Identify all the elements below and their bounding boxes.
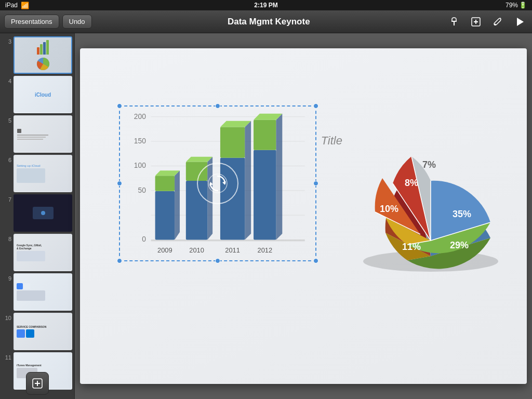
slide4-label: iCloud bbox=[35, 92, 51, 98]
handle-bl[interactable] bbox=[117, 258, 122, 263]
handle-br[interactable] bbox=[313, 258, 318, 263]
slide-thumb-4[interactable]: 4 iCloud bbox=[2, 76, 72, 113]
svg-text:35%: 35% bbox=[453, 209, 471, 219]
status-left: iPad 📶 bbox=[5, 2, 29, 9]
canvas-area: Title bbox=[75, 33, 532, 399]
toolbar-right-buttons bbox=[446, 14, 528, 30]
slide-number-5: 5 bbox=[2, 115, 11, 124]
slide-thumb-5[interactable]: 5 bbox=[2, 115, 72, 153]
slide-number-6: 6 bbox=[2, 155, 11, 163]
slide11-label: iTunes Management bbox=[17, 364, 42, 367]
bar-chart-container[interactable]: 200 150 100 50 0 bbox=[119, 105, 316, 261]
svg-marker-27 bbox=[175, 170, 180, 240]
slide-preview-6: Setting up iCloud bbox=[14, 155, 72, 192]
rotate-icon bbox=[206, 172, 229, 195]
slide-number-7: 7 bbox=[2, 194, 11, 203]
slide-number-9: 9 bbox=[2, 273, 11, 282]
add-icon bbox=[470, 16, 482, 28]
slide10-logos bbox=[17, 329, 34, 338]
annotate-icon bbox=[448, 16, 460, 28]
handle-mr[interactable] bbox=[313, 181, 318, 186]
svg-text:100: 100 bbox=[134, 161, 146, 169]
add-slide-button[interactable] bbox=[26, 372, 49, 395]
slide9-logos bbox=[17, 283, 30, 289]
slide-number-11: 11 bbox=[2, 352, 11, 361]
slide7-dark-content bbox=[33, 207, 54, 219]
pie-chart-svg: 35% 29% 11% 10% 8% 7% bbox=[350, 121, 511, 298]
add-object-button[interactable] bbox=[468, 14, 484, 30]
svg-text:7%: 7% bbox=[422, 159, 436, 170]
slide-preview-8: Google Sync, GMail,& Exchange bbox=[14, 234, 72, 271]
slide-chart-title: Title bbox=[321, 134, 342, 148]
add-slide-icon bbox=[32, 378, 43, 389]
document-title: Data Mgmt Keynote bbox=[95, 17, 443, 27]
undo-button[interactable]: Undo bbox=[62, 15, 92, 29]
handle-bm[interactable] bbox=[215, 258, 220, 263]
svg-text:10%: 10% bbox=[380, 204, 398, 214]
status-bar: iPad 📶 2:19 PM 79% 🔋 bbox=[0, 0, 532, 10]
slide-preview-7 bbox=[14, 194, 72, 232]
slide-canvas[interactable]: Title bbox=[80, 48, 527, 384]
slide-preview-4: iCloud bbox=[14, 76, 72, 113]
wifi-icon: 📶 bbox=[21, 2, 29, 9]
slide8-label: Google Sync, GMail,& Exchange bbox=[17, 244, 42, 250]
slide5-line2 bbox=[17, 137, 46, 138]
handle-tm[interactable] bbox=[215, 103, 220, 109]
settings-button[interactable] bbox=[489, 14, 506, 30]
main-layout: 3 bbox=[0, 33, 532, 399]
svg-rect-26 bbox=[155, 176, 175, 191]
svg-marker-13 bbox=[209, 182, 213, 185]
play-button[interactable] bbox=[511, 14, 528, 30]
svg-text:29%: 29% bbox=[450, 240, 469, 250]
rotate-handle[interactable] bbox=[197, 163, 238, 204]
device-label: iPad bbox=[5, 2, 18, 9]
slide-preview-5 bbox=[14, 115, 72, 153]
play-icon bbox=[514, 16, 525, 28]
svg-marker-42 bbox=[276, 114, 282, 240]
slide-thumb-6[interactable]: 6 Setting up iCloud bbox=[2, 155, 72, 192]
svg-text:150: 150 bbox=[134, 137, 146, 145]
slide5-line3 bbox=[17, 139, 43, 140]
slide-preview-10: SERVICE COMPARISON bbox=[14, 313, 72, 350]
slide6-text: Setting up iCloud bbox=[17, 164, 41, 167]
svg-marker-37 bbox=[245, 121, 251, 240]
pie-chart-container[interactable]: 35% 29% 11% 10% 8% 7% bbox=[350, 121, 511, 298]
svg-point-5 bbox=[495, 23, 496, 25]
slide9-content bbox=[17, 290, 45, 301]
svg-text:11%: 11% bbox=[402, 242, 421, 252]
slide-thumb-10[interactable]: 10 SERVICE COMPARISON bbox=[2, 313, 72, 350]
slide-thumb-7[interactable]: 7 bbox=[2, 194, 72, 232]
svg-rect-36 bbox=[220, 127, 245, 157]
slide-number-8: 8 bbox=[2, 234, 11, 242]
svg-text:2011: 2011 bbox=[225, 246, 240, 254]
slide-preview-9 bbox=[14, 273, 72, 311]
slide-thumb-8[interactable]: 8 Google Sync, GMail,& Exchange bbox=[2, 234, 72, 271]
svg-rect-40 bbox=[254, 150, 276, 240]
slide8-img bbox=[17, 251, 45, 261]
toolbar: Presentations Undo Data Mgmt Keynote bbox=[0, 10, 532, 33]
svg-text:2012: 2012 bbox=[258, 246, 273, 254]
handle-tl[interactable] bbox=[117, 103, 122, 109]
slide5-icon bbox=[17, 129, 21, 133]
handle-tr[interactable] bbox=[313, 103, 318, 109]
battery-indicator: 79% 🔋 bbox=[506, 2, 527, 9]
slide-thumb-3[interactable]: 3 bbox=[2, 36, 72, 74]
presentations-button[interactable]: Presentations bbox=[4, 15, 59, 29]
svg-marker-6 bbox=[517, 18, 524, 26]
svg-text:200: 200 bbox=[134, 112, 146, 121]
svg-rect-25 bbox=[155, 191, 175, 240]
svg-text:50: 50 bbox=[138, 186, 147, 194]
slide6-img bbox=[17, 168, 45, 183]
svg-rect-41 bbox=[254, 120, 276, 150]
slide-number-4: 4 bbox=[2, 76, 11, 84]
slide10-title: SERVICE COMPARISON bbox=[17, 325, 46, 328]
slide-number-3: 3 bbox=[2, 36, 11, 45]
battery-icon: 🔋 bbox=[519, 2, 527, 9]
handle-ml[interactable] bbox=[117, 181, 122, 186]
svg-text:2009: 2009 bbox=[157, 246, 172, 254]
slide-number-10: 10 bbox=[2, 313, 11, 321]
slide-thumb-9[interactable]: 9 bbox=[2, 273, 72, 311]
svg-text:0: 0 bbox=[142, 235, 146, 243]
annotate-button[interactable] bbox=[446, 14, 462, 30]
status-time: 2:19 PM bbox=[254, 2, 277, 9]
